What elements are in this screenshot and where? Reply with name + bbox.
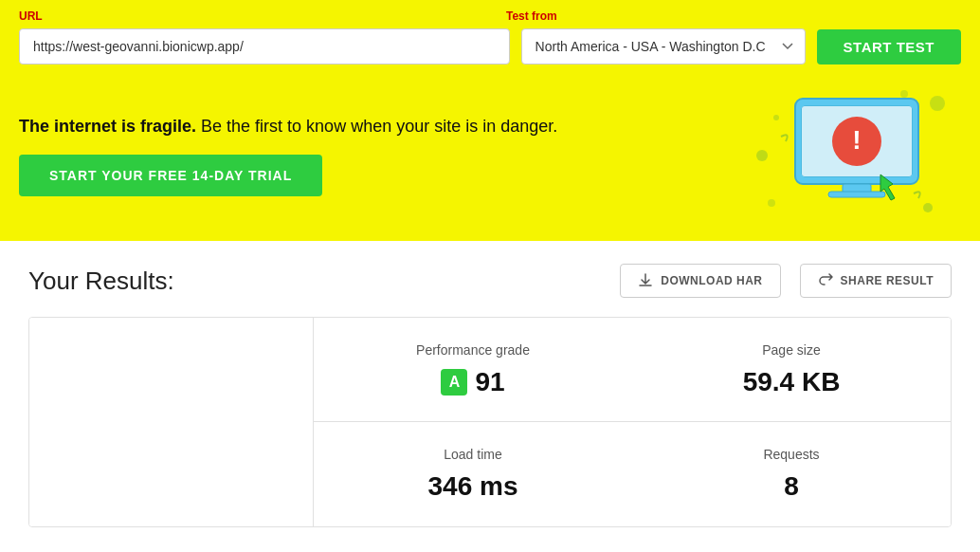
grade-score: 91	[475, 367, 504, 397]
svg-rect-12	[828, 192, 885, 197]
results-header: Your Results: DOWNLOAD HAR SHARE RESULT	[28, 264, 952, 298]
start-test-button[interactable]: START TEST	[817, 29, 961, 64]
load-time-label: Load time	[444, 447, 501, 462]
page-size-value: 59.4 KB	[743, 367, 841, 397]
performance-grade-card: Performance grade A 91	[314, 318, 632, 422]
svg-point-4	[900, 90, 908, 98]
input-labels: URL Test from	[19, 9, 961, 23]
banner-bold-text: The internet is fragile.	[19, 117, 196, 136]
monitor-illustration: !	[753, 89, 961, 222]
promo-banner: The internet is fragile. Be the first to…	[0, 80, 980, 241]
header-inputs: North America - USA - Washington D.CEuro…	[19, 28, 961, 64]
performance-grade-label: Performance grade	[416, 342, 530, 358]
share-result-button[interactable]: SHARE RESULT	[800, 264, 952, 298]
svg-text:!: !	[852, 125, 861, 155]
url-input[interactable]	[19, 28, 510, 64]
requests-value: 8	[784, 471, 799, 502]
banner-text: The internet is fragile. Be the first to…	[19, 115, 734, 138]
load-time-value: 346 ms	[428, 471, 518, 502]
requests-label: Requests	[763, 447, 819, 462]
svg-point-1	[930, 96, 945, 111]
results-title: Your Results:	[28, 267, 601, 296]
download-icon	[638, 273, 653, 288]
download-har-button[interactable]: DOWNLOAD HAR	[620, 264, 780, 298]
screenshot-card	[29, 318, 314, 526]
results-grid: Performance grade A 91 Page size 59.4 KB…	[28, 317, 952, 527]
header-bar: URL Test from North America - USA - Wash…	[0, 0, 980, 80]
results-section: Your Results: DOWNLOAD HAR SHARE RESULT …	[0, 241, 980, 550]
url-label: URL	[19, 9, 506, 23]
svg-point-3	[768, 199, 775, 207]
share-icon	[818, 273, 833, 288]
grade-badge: A	[441, 369, 467, 396]
requests-card: Requests 8	[632, 422, 951, 526]
page-size-label: Page size	[762, 342, 820, 358]
banner-content: The internet is fragile. Be the first to…	[19, 115, 753, 195]
test-from-label: Test from	[506, 9, 809, 23]
trial-button[interactable]: START YOUR FREE 14-DAY TRIAL	[19, 155, 322, 196]
banner-normal-text: Be the first to know when your site is i…	[201, 117, 557, 136]
svg-point-0	[756, 150, 768, 161]
page-size-card: Page size 59.4 KB	[632, 318, 951, 422]
svg-point-5	[773, 115, 779, 120]
load-time-card: Load time 346 ms	[314, 422, 632, 526]
monitor-svg: !	[753, 89, 952, 222]
svg-point-2	[923, 203, 933, 212]
test-from-select[interactable]: North America - USA - Washington D.CEuro…	[521, 28, 806, 64]
performance-grade-value: A 91	[441, 367, 504, 397]
